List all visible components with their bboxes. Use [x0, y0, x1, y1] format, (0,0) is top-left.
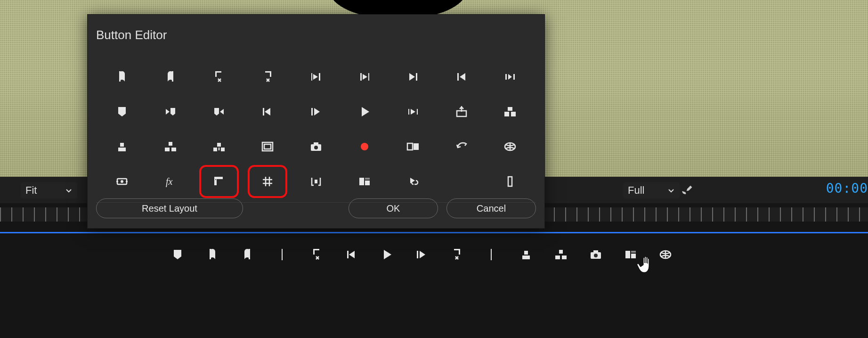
resolution-label: Full	[628, 184, 644, 197]
spacer-icon	[454, 174, 469, 189]
ruler-button[interactable]	[199, 165, 239, 198]
transport-add-marker[interactable]	[170, 247, 186, 263]
svg-rect-16	[625, 251, 630, 258]
go-to-out-button[interactable]	[254, 65, 281, 89]
svg-rect-39	[118, 148, 126, 151]
markers-brackets-button[interactable]	[302, 170, 330, 193]
step-forward-1-frame-icon	[308, 104, 324, 119]
resolution-dropdown[interactable]: Full	[623, 182, 680, 198]
next-marker-button[interactable]	[157, 100, 184, 124]
transport-go-to-out[interactable]	[448, 247, 464, 263]
safe-margins-button[interactable]	[254, 135, 281, 158]
transport-trim-forward[interactable]	[623, 247, 639, 263]
lift-button[interactable]	[108, 135, 136, 158]
transport-divider	[483, 247, 499, 263]
go-to-in-button[interactable]	[205, 65, 233, 89]
lift-icon	[114, 139, 130, 154]
svg-rect-42	[171, 148, 176, 151]
insert-button[interactable]	[205, 135, 233, 158]
mark-in-button[interactable]	[108, 65, 136, 89]
svg-rect-54	[414, 143, 419, 150]
svg-rect-6	[459, 249, 460, 255]
export-frame-button[interactable]	[448, 100, 475, 124]
transparency-grid-icon	[503, 174, 518, 189]
play-around-button[interactable]	[496, 65, 524, 89]
markers-brackets-icon	[308, 174, 324, 189]
svg-rect-32	[311, 108, 313, 115]
zoom-fit-dropdown[interactable]: Fit	[21, 182, 77, 198]
transport-play[interactable]	[379, 247, 395, 263]
transparency-grid-button[interactable]	[496, 170, 524, 193]
snapshot-button[interactable]	[302, 135, 330, 158]
export-frame-icon	[454, 104, 469, 119]
svg-rect-43	[169, 142, 172, 146]
button-editor-dialog: Button Editor fx Reset Layout OK Cancel	[87, 14, 545, 229]
prev-marker-button[interactable]	[205, 100, 233, 124]
svg-rect-12	[559, 250, 563, 254]
link-selection-button[interactable]	[399, 170, 427, 193]
cancel-button[interactable]: Cancel	[446, 198, 536, 218]
multicam-view-button[interactable]	[496, 100, 524, 124]
go-to-in-icon	[211, 69, 227, 84]
extract-button[interactable]	[157, 135, 184, 158]
grid-overlay-button[interactable]	[248, 165, 287, 198]
insert-icon	[211, 139, 227, 154]
reset-layout-button[interactable]: Reset Layout	[96, 198, 243, 218]
transport-step-back[interactable]	[344, 247, 360, 263]
svg-point-52	[361, 143, 368, 150]
play-in-to-out-button[interactable]	[399, 100, 427, 124]
transport-vr-video[interactable]	[657, 247, 673, 263]
svg-rect-38	[508, 107, 512, 111]
svg-rect-1	[249, 249, 250, 259]
step-back-1-frame-button[interactable]	[254, 100, 281, 124]
svg-rect-60	[214, 177, 217, 185]
fx-button[interactable]: fx	[157, 170, 184, 193]
comparison-view-button[interactable]	[399, 135, 427, 158]
transport-mark-in[interactable]	[204, 247, 220, 263]
timecode-display[interactable]: 00:00	[826, 181, 868, 196]
mark-out-icon	[163, 69, 178, 84]
transport-lift[interactable]	[518, 247, 534, 263]
transport-snapshot[interactable]	[588, 247, 604, 263]
go-to-previous-icon	[454, 69, 469, 84]
svg-rect-31	[263, 108, 264, 115]
svg-rect-21	[215, 71, 217, 77]
step-forward-out-button[interactable]	[351, 65, 378, 89]
divider-icon	[484, 247, 499, 262]
play-in-to-out-icon	[406, 104, 421, 119]
svg-rect-63	[365, 181, 370, 185]
step-forward-1-frame-button[interactable]	[302, 100, 330, 124]
step-to-next-button[interactable]	[399, 65, 427, 89]
vr-video-button[interactable]	[496, 135, 524, 158]
proxy-toggle-button[interactable]	[108, 170, 136, 193]
transport-mark-out[interactable]	[239, 247, 255, 263]
svg-rect-3	[313, 249, 315, 255]
go-to-previous-button[interactable]	[448, 65, 475, 89]
svg-rect-4	[347, 251, 349, 258]
snapshot-icon	[588, 247, 603, 262]
svg-rect-25	[360, 73, 362, 81]
play-button[interactable]	[351, 100, 378, 124]
add-marker-button[interactable]	[108, 100, 136, 124]
svg-rect-11	[562, 256, 567, 259]
ok-button[interactable]: OK	[349, 198, 438, 218]
step-back-in-button[interactable]	[302, 65, 330, 89]
undo-button[interactable]	[448, 135, 475, 158]
settings-wrench-icon[interactable]	[681, 183, 694, 198]
svg-rect-0	[210, 249, 211, 259]
mark-in-icon	[114, 69, 130, 84]
trim-forward-button[interactable]	[351, 170, 378, 193]
transport-step-forward[interactable]	[414, 247, 430, 263]
svg-rect-19	[119, 71, 121, 82]
svg-rect-41	[165, 148, 170, 151]
transport-extract[interactable]	[553, 247, 569, 263]
trim-forward-icon	[357, 174, 372, 189]
transport-go-to-in[interactable]	[309, 247, 325, 263]
record-button[interactable]	[351, 135, 378, 158]
svg-point-57	[121, 180, 123, 183]
add-marker-icon	[114, 104, 130, 119]
zoom-fit-label: Fit	[25, 184, 37, 197]
add-marker-icon	[170, 247, 185, 262]
mark-out-button[interactable]	[157, 65, 184, 89]
play-around-icon	[503, 69, 518, 84]
